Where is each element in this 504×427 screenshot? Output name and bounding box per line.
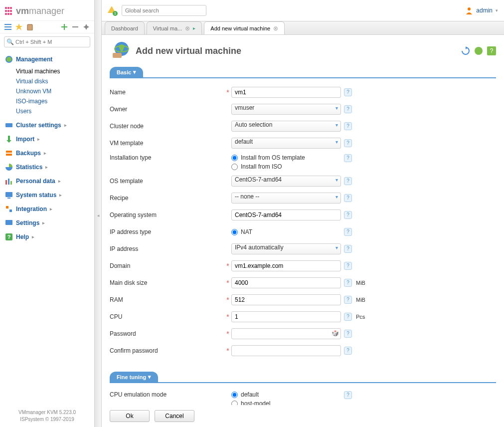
label-disk-size: Main disk size [110,279,149,286]
help-icon[interactable]: ? [344,105,352,113]
world-icon[interactable] [474,46,483,55]
nav-backups[interactable]: Backups▸ [0,146,94,160]
cpu-emu-default[interactable]: default [231,391,341,398]
ip-address-select[interactable]: IPv4 automatically [231,243,341,254]
disk-size-input[interactable] [231,277,341,288]
minus-icon[interactable] [71,23,79,31]
svg-point-30 [475,47,483,55]
svg-rect-0 [4,24,11,25]
close-icon[interactable]: ⊗ [185,25,190,32]
install-type-os-template[interactable]: Install from OS template [231,154,341,161]
svg-marker-3 [15,23,22,30]
help-icon[interactable]: ? [344,347,352,355]
help-icon[interactable]: ? [344,245,352,253]
vm-template-select[interactable]: default [231,138,341,149]
alert-icon[interactable]: 1 [108,6,117,15]
help-icon[interactable]: ? [344,211,352,219]
dice-icon[interactable]: 🎲 [332,330,339,337]
cancel-button[interactable]: Cancel [155,410,194,422]
recipe-select[interactable]: -- none -- [231,193,341,204]
chevron-down-icon: ▾ [133,69,136,75]
nav-help[interactable]: ? Help▸ [0,230,94,244]
tab-dashboard[interactable]: Dashboard [105,21,145,34]
name-input[interactable] [231,87,341,98]
svg-marker-12 [6,140,11,143]
plus-icon[interactable] [60,23,68,31]
nav-cluster-settings[interactable]: Cluster settings▸ [0,118,94,132]
svg-rect-1 [4,26,11,27]
owner-select[interactable]: vmuser [231,104,341,115]
star-icon[interactable] [15,23,23,31]
help-icon[interactable]: ? [344,391,352,399]
label-owner: Owner [110,106,129,113]
os-template-select[interactable]: CentOS-7-amd64 [231,176,341,187]
os-input[interactable] [231,210,341,220]
nav-iso-images[interactable]: ISO-images [16,96,94,106]
domain-input[interactable] [231,260,341,271]
nav-import[interactable]: Import▸ [0,132,94,146]
help-icon[interactable]: ? [344,262,352,270]
nav-settings[interactable]: Settings▸ [0,216,94,230]
label-cpu-emu: CPU emulation mode [110,391,168,398]
footer-copyright: ISPsystem © 1997-2019 [5,416,89,423]
help-icon[interactable]: ? [344,228,352,236]
nav-integration[interactable]: Integration▸ [0,202,94,216]
help-icon[interactable]: ? [344,194,352,202]
nav-users[interactable]: Users [16,106,94,116]
help-icon[interactable]: ? [344,296,352,304]
nav-personal-data[interactable]: Personal data▸ [0,174,94,188]
help-icon[interactable]: ? [344,313,352,321]
tabbar: Dashboard Virtual ma... ⊗ ▸ Add new virt… [102,21,504,35]
svg-rect-14 [6,154,12,156]
confirm-password-input[interactable] [231,345,341,356]
cpu-input[interactable] [231,311,341,322]
svg-text:?: ? [490,47,494,54]
nav-statistics[interactable]: Statistics▸ [0,160,94,174]
help-icon[interactable]: ? [487,46,496,55]
help-icon[interactable]: ? [344,122,352,130]
help-icon[interactable]: ? [344,177,352,185]
svg-text:?: ? [7,234,11,240]
close-icon[interactable]: ⊗ [273,25,278,32]
sidebar-collapse-handle[interactable] [95,0,102,427]
list-icon[interactable] [4,23,12,31]
unit-mib: MiB [356,280,365,286]
svg-rect-22 [5,220,12,225]
nav-management[interactable]: Management [0,52,94,66]
section-basic[interactable]: Basic▾ [110,67,143,77]
nav-system-status[interactable]: System status▸ [0,188,94,202]
password-input[interactable] [231,328,341,339]
nav-virtual-disks[interactable]: Virtual disks [16,76,94,86]
unit-pcs: Pcs [356,314,365,320]
global-search-input[interactable] [122,5,206,16]
label-cluster-node: Cluster node [110,123,146,130]
user-icon [465,6,473,14]
help-icon[interactable]: ? [344,330,352,338]
ip-type-nat[interactable]: NAT [231,228,341,235]
ram-input[interactable] [231,294,341,305]
refresh-icon[interactable] [461,46,470,55]
help-icon[interactable]: ? [344,279,352,287]
tab-add-vm[interactable]: Add new virtual machine ⊗ [204,21,285,34]
section-fine-tuning[interactable]: Fine tuning▾ [110,372,158,382]
help-icon[interactable]: ? [344,139,352,147]
user-menu[interactable]: admin ▾ [465,6,498,14]
content: Add new virtual machine ? Basic▾ Name * … [102,35,504,427]
svg-rect-2 [4,29,11,30]
cluster-node-select[interactable]: Auto selection [231,121,341,132]
svg-rect-11 [8,136,10,141]
tab-virtual-machines[interactable]: Virtual ma... ⊗ ▸ [147,21,202,34]
sidebar-search-input[interactable] [4,36,90,47]
nav-virtual-machines[interactable]: Virtual machines [16,66,94,76]
label-confirm-password: Confirm password [110,347,160,354]
nav-unknown-vm[interactable]: Unknown VM [16,86,94,96]
pin-icon[interactable] [82,23,90,31]
footer-version: VMmanager KVM 5.223.0 [5,409,89,416]
help-icon[interactable]: ? [344,154,352,162]
ok-button[interactable]: Ok [110,410,150,422]
clipboard-icon[interactable] [26,23,34,31]
svg-rect-21 [9,210,12,212]
install-type-iso[interactable]: Install from ISO [231,163,341,170]
svg-rect-17 [10,181,12,185]
help-icon[interactable]: ? [344,88,352,96]
